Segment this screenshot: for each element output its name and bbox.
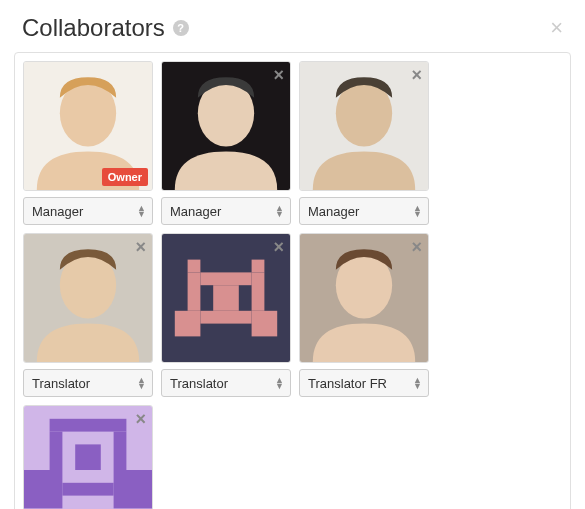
collaborator-card: ×Translator▲▼ xyxy=(161,233,291,397)
collaborators-grid: OwnerManager▲▼×Manager▲▼×Manager▲▼×Trans… xyxy=(23,61,562,509)
svg-rect-11 xyxy=(188,272,201,310)
avatar: × xyxy=(299,61,429,191)
collaborator-card: OwnerManager▲▼ xyxy=(23,61,153,225)
role-value: Manager xyxy=(170,204,221,219)
collaborators-modal: Collaborators ? × OwnerManager▲▼×Manager… xyxy=(0,0,585,509)
collaborator-card: ×Manager▲▼ xyxy=(161,61,291,225)
modal-header: Collaborators ? × xyxy=(0,0,585,52)
svg-rect-9 xyxy=(188,260,201,273)
role-value: Translator FR xyxy=(308,376,387,391)
modal-body: OwnerManager▲▼×Manager▲▼×Manager▲▼×Trans… xyxy=(14,52,571,509)
svg-rect-14 xyxy=(213,285,239,311)
modal-title: Collaborators ? xyxy=(22,14,189,42)
role-select[interactable]: Manager▲▼ xyxy=(23,197,153,225)
svg-rect-10 xyxy=(252,260,265,273)
remove-collaborator-icon[interactable]: × xyxy=(411,66,422,84)
role-select[interactable]: Translator▲▼ xyxy=(23,369,153,397)
chevron-updown-icon: ▲▼ xyxy=(413,205,422,218)
role-select[interactable]: Manager▲▼ xyxy=(299,197,429,225)
chevron-updown-icon: ▲▼ xyxy=(275,205,284,218)
svg-rect-23 xyxy=(114,432,127,470)
svg-rect-27 xyxy=(62,483,113,496)
help-icon[interactable]: ? xyxy=(173,20,189,36)
svg-rect-25 xyxy=(24,470,62,508)
svg-rect-21 xyxy=(50,419,127,432)
collaborator-card: ×Manager▲▼ xyxy=(299,61,429,225)
avatar: ×Pending xyxy=(23,405,153,509)
role-value: Translator xyxy=(170,376,228,391)
collaborator-card: ×Translator FR▲▼ xyxy=(299,233,429,397)
remove-collaborator-icon[interactable]: × xyxy=(411,238,422,256)
remove-collaborator-icon[interactable]: × xyxy=(135,410,146,428)
role-select[interactable]: Translator▲▼ xyxy=(161,369,291,397)
svg-rect-17 xyxy=(200,311,251,324)
owner-badge: Owner xyxy=(102,168,148,186)
role-select[interactable]: Manager▲▼ xyxy=(161,197,291,225)
collaborator-card: ×Translator▲▼ xyxy=(23,233,153,397)
remove-collaborator-icon[interactable]: × xyxy=(135,238,146,256)
svg-rect-24 xyxy=(75,444,101,470)
avatar: Owner xyxy=(23,61,153,191)
close-icon[interactable]: × xyxy=(550,17,563,39)
avatar: × xyxy=(299,233,429,363)
chevron-updown-icon: ▲▼ xyxy=(137,205,146,218)
chevron-updown-icon: ▲▼ xyxy=(413,377,422,390)
role-value: Manager xyxy=(308,204,359,219)
svg-rect-26 xyxy=(114,470,152,508)
avatar: × xyxy=(161,61,291,191)
remove-collaborator-icon[interactable]: × xyxy=(273,66,284,84)
collaborator-card: ×PendingTranslator NL▲▼ xyxy=(23,405,153,509)
role-select[interactable]: Translator FR▲▼ xyxy=(299,369,429,397)
role-value: Manager xyxy=(32,204,83,219)
svg-rect-12 xyxy=(252,272,265,310)
svg-rect-13 xyxy=(200,272,251,285)
chevron-updown-icon: ▲▼ xyxy=(275,377,284,390)
svg-rect-16 xyxy=(252,311,278,337)
remove-collaborator-icon[interactable]: × xyxy=(273,238,284,256)
avatar: × xyxy=(23,233,153,363)
chevron-updown-icon: ▲▼ xyxy=(137,377,146,390)
svg-rect-22 xyxy=(50,432,63,470)
title-text: Collaborators xyxy=(22,14,165,42)
svg-rect-15 xyxy=(175,311,201,337)
role-value: Translator xyxy=(32,376,90,391)
avatar: × xyxy=(161,233,291,363)
